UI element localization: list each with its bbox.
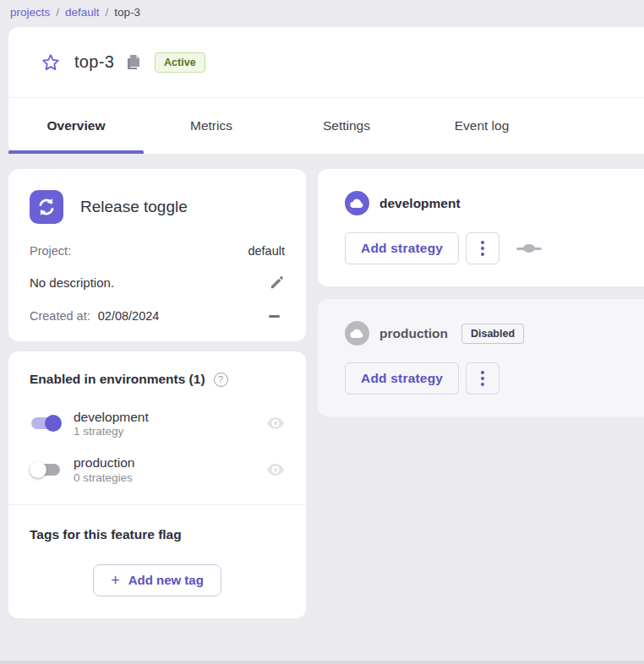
add-new-tag-button[interactable]: + Add new tag bbox=[93, 564, 221, 596]
add-new-tag-label: Add new tag bbox=[128, 573, 204, 587]
flag-type-label: Release toggle bbox=[80, 198, 188, 216]
breadcrumb-current: top-3 bbox=[114, 6, 140, 19]
environment-name: development bbox=[379, 196, 461, 211]
breadcrumb: projects / default / top-3 bbox=[0, 0, 644, 19]
env-strategy-count: 1 strategy bbox=[74, 425, 149, 438]
tags-title: Tags for this feature flag bbox=[30, 527, 285, 542]
tags-divider bbox=[8, 504, 306, 505]
envcard-header: production Disabled bbox=[345, 321, 624, 346]
description-text: No description. bbox=[30, 275, 114, 290]
environments-summary-card: Enabled in environments (1) ? developmen… bbox=[8, 351, 306, 618]
environments-title-row: Enabled in environments (1) ? bbox=[30, 372, 285, 387]
disabled-badge: Disabled bbox=[461, 324, 524, 344]
feature-details-card: Release toggle Project: default No descr… bbox=[8, 169, 306, 341]
project-row: Project: default bbox=[30, 244, 285, 258]
env-name: development bbox=[74, 409, 149, 425]
envcard-actions: Add strategy bbox=[345, 362, 624, 395]
tab-settings[interactable]: Settings bbox=[279, 98, 414, 154]
breadcrumb-separator: / bbox=[106, 6, 109, 19]
environment-card-production: production Disabled Add strategy bbox=[318, 299, 644, 416]
environment-card-development: development Add strategy bbox=[318, 169, 644, 286]
edit-description-button[interactable] bbox=[269, 275, 285, 291]
breadcrumb-projects-link[interactable]: projects bbox=[10, 6, 50, 19]
feature-header-card: top-3 Active Overview Metrics Settings E… bbox=[8, 27, 644, 154]
env-row-production: production 0 strategies bbox=[30, 454, 285, 483]
env-row-development: development 1 strategy bbox=[30, 409, 285, 438]
breadcrumb-default-link[interactable]: default bbox=[65, 6, 100, 19]
tab-overview[interactable]: Overview bbox=[8, 98, 144, 154]
main-content: Release toggle Project: default No descr… bbox=[8, 169, 644, 618]
created-row: Created at: 02/08/2024 bbox=[30, 309, 285, 323]
env-texts: development 1 strategy bbox=[74, 409, 149, 438]
favorite-star-button[interactable] bbox=[41, 52, 61, 73]
toggle-knob bbox=[45, 415, 62, 432]
created-at: Created at: 02/08/2024 bbox=[30, 309, 159, 323]
show-details-button[interactable] bbox=[266, 416, 285, 430]
bottom-edge-strip bbox=[0, 661, 644, 664]
env-texts: production 0 strategies bbox=[74, 454, 134, 483]
environment-menu-button[interactable] bbox=[466, 232, 499, 264]
breadcrumb-separator: / bbox=[56, 6, 59, 19]
add-strategy-button[interactable]: Add strategy bbox=[345, 362, 459, 395]
release-toggle-icon bbox=[30, 190, 63, 224]
toggle-knob bbox=[30, 461, 46, 478]
environment-cloud-icon bbox=[345, 191, 369, 215]
project-label: Project: bbox=[30, 244, 71, 258]
eye-icon bbox=[266, 416, 285, 430]
kebab-icon bbox=[481, 241, 484, 244]
status-badge: Active bbox=[155, 52, 205, 73]
env-name: production bbox=[74, 454, 134, 471]
help-icon[interactable]: ? bbox=[214, 373, 228, 387]
star-icon bbox=[41, 52, 61, 73]
eye-icon bbox=[266, 463, 285, 476]
production-toggle[interactable] bbox=[30, 460, 62, 479]
envcard-actions: Add strategy bbox=[345, 232, 624, 264]
plus-icon: + bbox=[111, 573, 120, 588]
development-toggle[interactable] bbox=[30, 414, 62, 433]
pencil-icon bbox=[269, 275, 285, 291]
environments-title: Enabled in environments (1) bbox=[30, 372, 205, 387]
show-details-button[interactable] bbox=[266, 463, 285, 476]
add-strategy-button[interactable]: Add strategy bbox=[345, 232, 459, 264]
flag-type-row: Release toggle bbox=[30, 190, 285, 224]
tab-metrics[interactable]: Metrics bbox=[144, 98, 279, 154]
project-value: default bbox=[248, 244, 285, 258]
tab-bar: Overview Metrics Settings Event log bbox=[8, 98, 644, 154]
environment-cloud-icon bbox=[345, 321, 369, 346]
tags-button-wrap: + Add new tag bbox=[30, 564, 285, 596]
created-value: 02/08/2024 bbox=[98, 309, 160, 323]
envcard-header: development bbox=[345, 191, 624, 215]
env-strategy-count: 0 strategies bbox=[74, 471, 134, 484]
collapse-indicator-icon bbox=[269, 315, 280, 318]
oval-handle-icon bbox=[516, 244, 542, 253]
copy-icon bbox=[126, 54, 141, 71]
kebab-icon bbox=[481, 371, 484, 374]
page-title: top-3 bbox=[74, 52, 114, 72]
environment-menu-button[interactable] bbox=[466, 362, 499, 395]
description-row: No description. bbox=[30, 275, 285, 291]
copy-name-button[interactable] bbox=[126, 54, 141, 71]
environment-name: production bbox=[379, 326, 448, 341]
right-column: development Add strategy prod bbox=[318, 169, 644, 416]
left-column: Release toggle Project: default No descr… bbox=[8, 169, 306, 618]
title-row: top-3 Active bbox=[8, 27, 644, 97]
created-label: Created at: bbox=[30, 309, 90, 323]
tab-event-log[interactable]: Event log bbox=[414, 98, 549, 154]
